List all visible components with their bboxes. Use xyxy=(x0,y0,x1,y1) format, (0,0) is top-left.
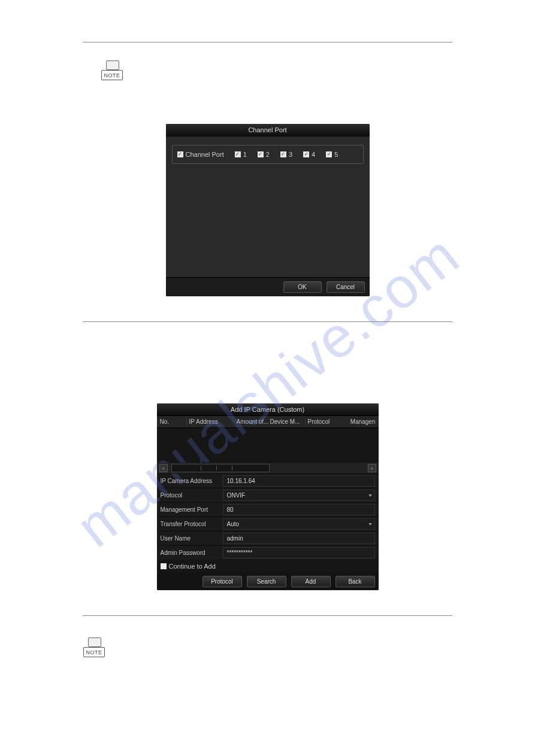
check-icon: ✓ xyxy=(280,151,286,157)
continue-to-add-row[interactable]: Continue to Add xyxy=(157,560,379,573)
checkbox-4[interactable]: ✓4 xyxy=(303,151,315,158)
checkbox-label: 1 xyxy=(243,151,247,158)
form-row-protocol: Protocol ONVIF xyxy=(157,488,379,502)
note-icon-label: NOTE xyxy=(83,647,105,657)
checkbox-all[interactable]: ✓ Channel Port xyxy=(177,151,224,158)
ok-button[interactable]: OK xyxy=(283,281,322,293)
scroll-track[interactable] xyxy=(171,464,270,472)
password-value: *********** xyxy=(227,549,253,556)
ip-value: 10.16.1.64 xyxy=(227,478,255,484)
chevron-down-icon xyxy=(368,523,372,526)
form-row-ip: IP Camera Address 10.16.1.64 xyxy=(157,473,379,488)
checkbox-5[interactable]: ✓5 xyxy=(326,151,338,158)
checkbox-3[interactable]: ✓3 xyxy=(280,151,292,158)
note-icon: NOTE xyxy=(101,60,123,82)
dialog-title: Add IP Camera (Custom) xyxy=(157,403,379,416)
note-icon-label: NOTE xyxy=(101,70,123,80)
dialog-footer: Protocol Search Add Back xyxy=(157,573,379,590)
transfer-select[interactable]: Auto xyxy=(223,518,375,530)
checkbox-all-label: Channel Port xyxy=(186,151,224,158)
note-2-text: If the IP camera to add has not been act… xyxy=(0,663,535,682)
checkbox-label: 5 xyxy=(334,151,338,158)
protocol-label: Protocol xyxy=(161,492,223,499)
chevron-down-icon xyxy=(368,494,372,497)
cancel-button[interactable]: Cancel xyxy=(327,281,365,293)
search-button[interactable]: Search xyxy=(247,576,286,587)
dialog-body: No. IP Address Amount of... Device M... … xyxy=(157,416,379,573)
scroll-bar-row: < > xyxy=(157,463,379,473)
col-manage[interactable]: Managen xyxy=(333,418,376,425)
scroll-right-button[interactable]: > xyxy=(368,464,376,472)
check-icon: ✓ xyxy=(177,151,183,157)
channel-port-dialog: Channel Port ✓ Channel Port ✓1 ✓2 ✓3 ✓4 … xyxy=(166,124,370,296)
password-input[interactable]: *********** xyxy=(223,547,375,558)
col-ip[interactable]: IP Address xyxy=(186,418,237,425)
col-device[interactable]: Device M... xyxy=(270,418,305,425)
port-label: Management Port xyxy=(161,506,223,513)
step-2-text: Step 2 You can edit the IP address, prot… xyxy=(0,616,535,629)
check-icon: ✓ xyxy=(235,151,241,157)
col-no[interactable]: No. xyxy=(160,418,186,425)
note-icon: NOTE xyxy=(83,637,105,659)
figure-caption-1: Figure 2-34 Select Multiple Channels xyxy=(0,302,535,311)
checkbox-label: 3 xyxy=(289,151,292,158)
dialog-footer: OK Cancel xyxy=(166,277,370,296)
checkbox-label: 2 xyxy=(266,151,270,158)
form-row-transfer: Transfer Protocol Auto xyxy=(157,517,379,531)
port-input[interactable]: 80 xyxy=(223,504,375,515)
check-icon: ✓ xyxy=(303,151,309,157)
col-protocol[interactable]: Protocol xyxy=(305,418,333,425)
transfer-label: Transfer Protocol xyxy=(161,521,223,527)
checkbox-row: ✓ Channel Port ✓1 ✓2 ✓3 ✓4 ✓5 xyxy=(172,145,364,164)
protocol-select[interactable]: ONVIF xyxy=(223,490,375,501)
step-3-text: Step 3 Click Add to add the camera. xyxy=(0,682,535,695)
user-input[interactable]: admin xyxy=(223,533,375,544)
user-value: admin xyxy=(227,535,243,542)
dialog-title: Channel Port xyxy=(166,124,370,136)
form-row-port: Management Port 80 xyxy=(157,502,379,517)
checkbox-icon xyxy=(161,563,167,569)
continue-label: Continue to Add xyxy=(169,563,216,570)
top-divider xyxy=(83,42,452,42)
password-label: Admin Password xyxy=(161,549,223,556)
add-ip-camera-dialog: Add IP Camera (Custom) No. IP Address Am… xyxy=(157,403,379,590)
table-body xyxy=(157,428,379,463)
port-value: 80 xyxy=(227,506,234,513)
add-button[interactable]: Add xyxy=(291,576,331,587)
ip-label: IP Camera Address xyxy=(161,478,223,484)
option2-heading: OPTION 2: xyxy=(0,322,535,339)
user-label: User Name xyxy=(161,535,223,542)
form-row-user: User Name admin xyxy=(157,531,379,545)
back-button[interactable]: Back xyxy=(335,576,375,587)
scroll-left-button[interactable]: < xyxy=(159,464,168,472)
dialog-body: ✓ Channel Port ✓1 ✓2 ✓3 ✓4 ✓5 xyxy=(166,136,370,277)
protocol-value: ONVIF xyxy=(227,492,246,499)
col-amount[interactable]: Amount of... xyxy=(237,418,270,425)
step-1-text: Step 1 On the IP Camera Management inter… xyxy=(0,339,535,356)
checkbox-label: 4 xyxy=(312,151,315,158)
checkbox-2[interactable]: ✓2 xyxy=(258,151,270,158)
figure-caption-2: Figure 2-35 Custom Adding IP Camera Inte… xyxy=(0,596,535,605)
protocol-button[interactable]: Protocol xyxy=(202,576,242,587)
form-row-password: Admin Password *********** xyxy=(157,545,379,560)
ip-input[interactable]: 10.16.1.64 xyxy=(223,475,375,487)
checkbox-1[interactable]: ✓1 xyxy=(235,151,247,158)
table-header: No. IP Address Amount of... Device M... … xyxy=(157,416,379,428)
transfer-value: Auto xyxy=(227,521,240,527)
check-icon: ✓ xyxy=(258,151,264,157)
check-icon: ✓ xyxy=(326,151,332,157)
